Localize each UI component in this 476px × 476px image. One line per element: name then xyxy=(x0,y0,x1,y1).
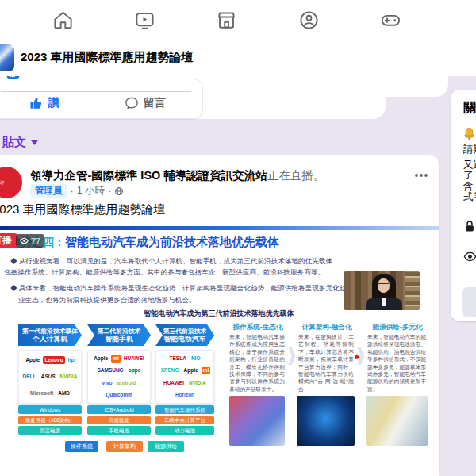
eye-icon xyxy=(20,237,29,244)
gen1-energy-bar: 固定电源 xyxy=(18,426,82,435)
trend-3-photo xyxy=(366,396,428,446)
gaming-icon[interactable] xyxy=(380,10,401,31)
chevron-down-icon xyxy=(31,140,38,145)
gen2-os-bar: iOS+Android xyxy=(87,405,151,414)
generation-3-banner: 第三代前沿技术 智能电动汽车 xyxy=(155,324,214,346)
live-video-player[interactable]: 趋势之四：智能电动汽车成为前沿技术落地优先载体 直播 77 ◆ 从行业视角看，可… xyxy=(0,226,439,476)
brand-logo-dell: DELL xyxy=(21,373,37,381)
top-navigation-bar xyxy=(0,0,476,40)
generation-1-banner: 第一代前沿技术载体 个人计算机 xyxy=(18,324,82,346)
brand-logo-amd: AMD xyxy=(56,390,71,397)
brand-logo-qualcomm: Qualcomm xyxy=(104,391,134,399)
trend-2-body: 未来，在逻辑设计、工艺制程、功耗等限制下，车载计算芯片将不断发展，拓展车载计算平… xyxy=(298,333,354,393)
eye-icon xyxy=(463,251,476,262)
gen1-os-bar: Windows xyxy=(18,405,82,414)
presenter-shirt xyxy=(382,298,386,306)
brand-logo-mi: mi xyxy=(202,367,211,374)
brand-logo-android: android xyxy=(116,379,138,387)
posts-section-label: 貼文 xyxy=(2,135,26,150)
text-line: 請期 xyxy=(463,144,476,155)
brand-logo-nvidia: NVIDIA xyxy=(187,379,208,387)
trend-2-photo xyxy=(297,396,355,446)
slide-title-row: 趋势之四：智能电动汽车成为前沿技术落地优先载体 xyxy=(10,235,279,250)
marketplace-icon[interactable] xyxy=(216,10,237,31)
trend-1-body: 未来，智能电动汽车操作系统将成为应用生态核心，基于操作系统分层架构，行业价值链的… xyxy=(229,333,285,393)
group-title-bar: 2023 車用國際標準應用趨勢論壇 xyxy=(0,40,476,76)
home-icon[interactable] xyxy=(52,10,74,31)
slide-title: 智能电动汽车成为前沿技术落地优先载体 xyxy=(65,235,279,248)
legend-energy: 能源供给 xyxy=(148,441,184,452)
admin-badge: 管理員 xyxy=(30,184,67,198)
banner-line-1: 第一代前沿技术载体 xyxy=(22,328,78,335)
viewer-count: 77 xyxy=(31,236,40,246)
watch-icon[interactable] xyxy=(134,10,155,31)
trend-1-header: 操作系统-生态化 xyxy=(229,323,286,332)
slide-bullet-2-line-1: ◆ 具体来看，智能电动汽车操作系统将呈现生态化趋势，计算架构将呈现融合化趋势，能… xyxy=(10,284,374,294)
gen3-energy-bar: 动力电池 xyxy=(155,426,214,435)
about-text-paragraph: 又迎了含式等 xyxy=(463,160,476,203)
gen3-os-bar: 智能汽车操作系统 xyxy=(155,405,214,414)
slide-bullet-2-line-2: 业生态，也将为前沿科技提供更多合适的落地场景与机会。 xyxy=(18,296,195,305)
brand-logo-oppo: oppo xyxy=(127,367,143,374)
brand-logo-apple: Apple xyxy=(182,367,200,374)
bell-icon xyxy=(463,127,475,140)
generation-3-logos: TESLANIOXPENGApplemiHUAWEINVIDIAHorizon xyxy=(155,350,214,404)
slide-bullet-1-line-2: 包括操作系统、计算架构、能源供给等多方面。其中的参与者包括车企、新型供应商、前沿… xyxy=(4,268,324,278)
trend-3-body: 未来，智能电动汽车的能源供给将呈现电池供电、氢能供给、油电混合供给等多种供给形式… xyxy=(367,333,426,393)
brand-logo-hp: hp xyxy=(67,356,76,364)
presenter-webcam xyxy=(344,271,420,310)
legend-os: 操作系统 xyxy=(65,441,98,452)
post-meta-line: 管理員 · 1 小時 · xyxy=(30,184,124,198)
gen2-energy-bar: 手机电池 xyxy=(87,426,151,435)
brand-logo-apple: Apple xyxy=(24,356,41,364)
post-author-name[interactable]: 領導力企管-國際標準 ISO 輔導認證資訊交流站 xyxy=(30,169,267,182)
slide-top-gradient xyxy=(0,226,439,230)
post-card: ership 領導力企管-國際標準 ISO 輔導認證資訊交流站正在直播。 管理員… xyxy=(0,155,439,476)
banner-line-2: 个人计算机 xyxy=(33,335,67,343)
brand-logo-lenovo: Lenovo xyxy=(43,356,64,364)
joined-button[interactable] xyxy=(462,287,476,317)
banner-line-1: 第二代前沿技术 xyxy=(98,328,141,335)
group-avatar[interactable] xyxy=(0,44,14,71)
brand-logo-apple: Apple xyxy=(92,355,109,363)
posts-section-dropdown[interactable]: 貼文 xyxy=(2,135,38,150)
like-button[interactable]: 讚 xyxy=(29,96,60,110)
group-title[interactable]: 2023 車用國際標準應用趨勢論壇 xyxy=(21,50,194,65)
post-timestamp[interactable]: 1 小時 xyxy=(77,184,105,198)
brand-logo-tesla: TESLA xyxy=(168,355,188,363)
brand-logo-nio: NIO xyxy=(190,355,202,363)
viewer-count-badge: 77 xyxy=(16,234,44,248)
generation-1-logos: AppleLenovohpDELLASUSNVIDIAMicrosoftAMD xyxy=(18,350,82,404)
slide-caption: 智能电动汽车成为第三代前沿技术落地优先载体 xyxy=(100,309,338,319)
brand-logo-vivo: vivo xyxy=(101,379,114,387)
post-actions-card: 讚 留言 xyxy=(0,79,203,119)
bookshelf-background xyxy=(405,271,420,310)
live-badge: 直播 xyxy=(0,233,17,248)
brand-logo-horizon: Horizon xyxy=(174,391,196,399)
presenter-glasses xyxy=(378,283,389,286)
generation-2-logos: ApplemiHUAWEISAMSUNGoppovivoandroidQualc… xyxy=(87,350,151,404)
divider xyxy=(1,91,191,92)
like-label: 讚 xyxy=(48,96,60,110)
comment-button[interactable]: 留言 xyxy=(125,96,166,110)
thumb-up-icon xyxy=(29,96,44,110)
screen: 2023 車用國際標準應用趨勢論壇 讚 留言 貼文 ership 領導力企管-國… xyxy=(0,0,476,476)
lock-icon xyxy=(463,220,476,233)
trend-3-header: 能源供给-多元化 xyxy=(367,323,428,332)
trend-2-header: 计算架构-融合化 xyxy=(298,323,355,332)
generation-2-banner: 第二代前沿技术 智能手机 xyxy=(87,324,151,346)
text-line: 又迎 xyxy=(463,160,476,171)
brand-logo-nvidia: NVIDIA xyxy=(59,373,79,381)
post-author-line: 領導力企管-國際標準 ISO 輔導認證資訊交流站正在直播。 xyxy=(30,168,324,183)
globe-privacy-icon xyxy=(114,186,124,196)
comment-label: 留言 xyxy=(144,96,166,110)
brand-logo-huawei: HUAWEI xyxy=(162,379,186,387)
brand-logo-mi: mi xyxy=(111,355,121,363)
live-status-text: 正在直播。 xyxy=(267,169,325,182)
post-text: 2023 車用國際標準應用趨勢論壇 xyxy=(0,202,166,217)
groups-icon[interactable] xyxy=(298,10,320,31)
post-author-avatar[interactable]: ership xyxy=(0,167,22,198)
brand-logo-microsoft: Microsoft xyxy=(29,390,55,397)
banner-line-2: 智能手机 xyxy=(105,335,132,343)
more-options-button[interactable] xyxy=(414,173,428,178)
